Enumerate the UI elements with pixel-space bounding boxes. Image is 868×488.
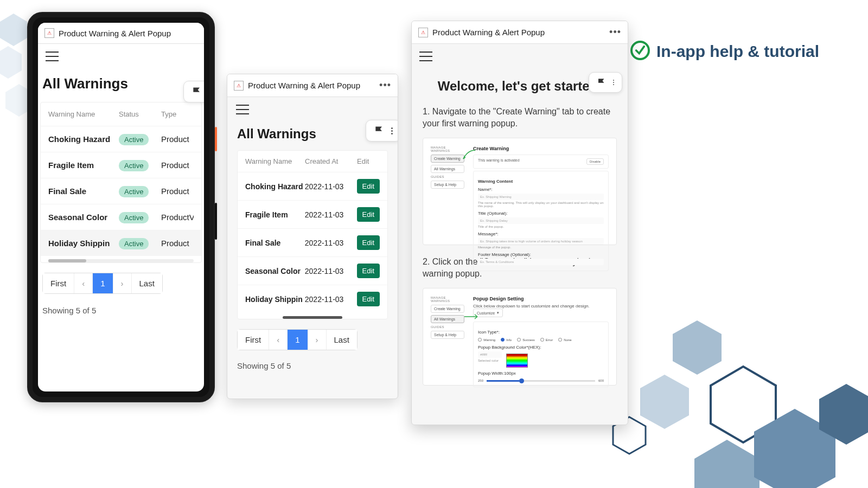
table-row[interactable]: Final Sale 2022-11-03 Edit	[238, 228, 387, 256]
table-row[interactable]: Holiday Shippin Active Product	[41, 230, 201, 256]
showing-text: Showing 5 of 5	[38, 304, 204, 323]
mini-slider: 250 600	[478, 379, 604, 382]
table-row[interactable]: Seasonal Color 2022-11-03 Edit	[238, 256, 387, 285]
table-row[interactable]: Seasonal Color Active ProductVa	[41, 204, 201, 230]
edit-button[interactable]: Edit	[357, 179, 380, 194]
svg-marker-4	[640, 375, 689, 429]
svg-marker-1	[0, 46, 22, 79]
mini-disable: Disable	[586, 158, 604, 165]
col-name: Warning Name	[48, 110, 119, 118]
check-icon	[630, 41, 650, 60]
mini-label: GUIDES	[431, 175, 464, 178]
svg-marker-0	[0, 14, 27, 46]
horizontal-scrollbar[interactable]	[283, 316, 342, 319]
cell-name: Holiday Shippin	[48, 239, 119, 248]
pagination: First ‹ 1 › Last	[237, 329, 358, 350]
table-row[interactable]: Holiday Shippin 2022-11-03 Edit	[238, 285, 387, 313]
col-created: Created At	[305, 157, 357, 165]
table-header: Warning Name Status Type	[41, 102, 201, 126]
table-header: Warning Name Created At Edit	[238, 151, 387, 172]
cell-name: Fragile Item	[48, 160, 119, 170]
edit-button[interactable]: Edit	[357, 235, 380, 250]
cell-name: Final Sale	[48, 187, 119, 196]
mini-label: GUIDES	[431, 325, 464, 329]
device-phone-android: ⚠ Product Warning & Alert Popup All Warn…	[27, 12, 215, 402]
table-row[interactable]: Fragile Item 2022-11-03 Edit	[238, 200, 387, 228]
col-name: Warning Name	[245, 157, 305, 165]
page-prev[interactable]: ‹	[269, 330, 288, 350]
edit-button[interactable]: Edit	[357, 264, 380, 278]
page-first[interactable]: First	[238, 330, 269, 350]
app-icon: ⚠	[44, 28, 54, 38]
hamburger-menu[interactable]	[46, 52, 59, 61]
tutorial-screenshot-1: MANAGE WARNINGS Create Warning All Warni…	[423, 138, 617, 245]
page-first[interactable]: First	[43, 273, 74, 293]
edit-button[interactable]: Edit	[357, 292, 380, 306]
cell-date: 2022-11-03	[305, 239, 357, 247]
page-next[interactable]: ›	[113, 273, 132, 293]
flag-icon	[597, 78, 607, 87]
status-badge: Active	[119, 134, 149, 145]
svg-marker-9	[819, 384, 868, 445]
color-picker-icon	[506, 354, 528, 368]
svg-marker-7	[694, 440, 760, 488]
cell-type: Product	[161, 134, 194, 144]
cell-date: 2022-11-03	[305, 295, 357, 304]
mini-setup: Setup & Help	[431, 181, 464, 189]
mini-create-warning: Create Warning	[431, 305, 464, 313]
warnings-table: Warning Name Created At Edit Choking Haz…	[237, 150, 388, 319]
cell-type: Product	[161, 187, 194, 196]
cell-name: Fragile Item	[245, 210, 305, 219]
flag-action[interactable]	[589, 72, 622, 93]
page-next[interactable]: ›	[308, 330, 327, 350]
arrow-icon	[462, 312, 478, 321]
hamburger-menu[interactable]	[236, 105, 249, 114]
table-row[interactable]: Final Sale Active Product	[41, 178, 201, 204]
flag-action[interactable]	[366, 120, 398, 142]
hamburger-menu[interactable]	[419, 52, 432, 61]
horizontal-scrollbar[interactable]	[48, 259, 194, 262]
edit-button[interactable]: Edit	[357, 207, 380, 222]
page-last[interactable]: Last	[132, 273, 162, 293]
app-title: Product Warning & Alert Popup	[432, 28, 545, 37]
device-panel-mobile: ⚠ Product Warning & Alert Popup ••• All …	[227, 74, 398, 399]
pagination: First ‹ 1 › Last	[42, 273, 163, 294]
page-current[interactable]: 1	[288, 330, 308, 350]
mini-radio-group: Warning Info Success Error None	[478, 338, 604, 342]
kebab-icon[interactable]	[391, 127, 393, 134]
cell-type: ProductVa	[161, 213, 194, 222]
cell-name: Choking Hazard	[245, 182, 305, 191]
app-header: ⚠ Product Warning & Alert Popup •••	[227, 74, 398, 97]
annotation-label: In-app help & tutorial	[630, 41, 819, 62]
app-title: Product Warning & Alert Popup	[248, 81, 360, 90]
status-badge: Active	[119, 238, 149, 249]
cell-name: Seasonal Color	[245, 267, 305, 275]
cell-date: 2022-11-03	[305, 210, 357, 219]
app-header: ⚠ Product Warning & Alert Popup	[38, 23, 204, 44]
tutorial-panel: ⚠ Product Warning & Alert Popup ••• Welc…	[411, 21, 628, 425]
more-menu[interactable]: •••	[379, 80, 391, 91]
kebab-icon[interactable]	[613, 80, 614, 85]
cell-type: Product	[161, 160, 194, 170]
mini-label: MANAGE WARNINGS	[431, 296, 464, 303]
page-current[interactable]: 1	[93, 273, 113, 293]
arrow-icon	[462, 149, 476, 161]
col-status: Status	[119, 110, 161, 118]
page-last[interactable]: Last	[327, 330, 357, 350]
app-icon: ⚠	[418, 28, 428, 37]
mini-row: This warning is activated Disable	[473, 155, 609, 169]
mini-all-warnings: All Warnings	[431, 165, 464, 173]
svg-marker-3	[673, 320, 722, 375]
table-row[interactable]: Fragile Item Active Product	[41, 152, 201, 178]
cell-name: Choking Hazard	[48, 134, 119, 144]
mini-heading: Create Warning	[473, 146, 609, 151]
warnings-table: Warning Name Status Type Choking Hazard …	[40, 102, 202, 263]
status-badge: Active	[119, 160, 149, 171]
more-menu[interactable]: •••	[609, 27, 621, 38]
table-row[interactable]: Choking Hazard 2022-11-03 Edit	[238, 172, 387, 200]
page-title: All Warnings	[38, 69, 204, 102]
flag-action[interactable]	[183, 81, 204, 102]
showing-text: Showing 5 of 5	[227, 360, 398, 378]
page-prev[interactable]: ‹	[74, 273, 93, 293]
table-row[interactable]: Choking Hazard Active Product	[41, 126, 201, 152]
